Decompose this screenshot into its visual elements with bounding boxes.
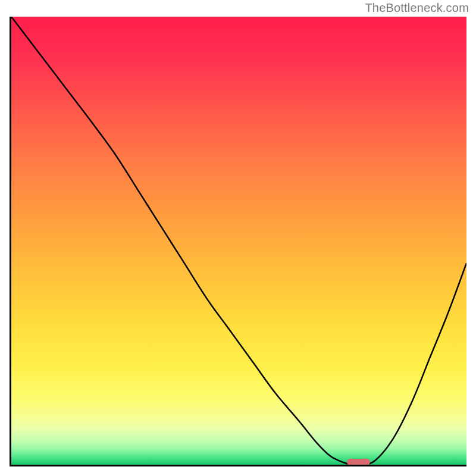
curve-path: [11, 17, 466, 465]
watermark-text: TheBottleneck.com: [365, 1, 469, 15]
bottleneck-curve-line: [11, 17, 466, 465]
optimal-marker: [347, 459, 369, 465]
bottleneck-chart: TheBottleneck.com: [0, 0, 476, 476]
plot-area: [10, 17, 466, 466]
